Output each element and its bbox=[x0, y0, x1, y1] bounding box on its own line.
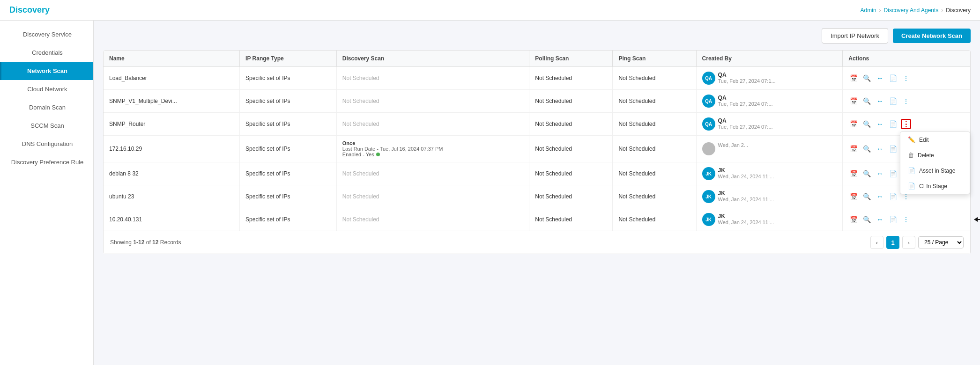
table-row: Load_Balancer Specific set of IPs Not Sc… bbox=[104, 67, 970, 90]
cell-created-by: QA QA Tue, Feb 27, 2024 07:... bbox=[696, 113, 843, 136]
ping-icon[interactable]: ↔ bbox=[875, 191, 885, 202]
search-icon[interactable]: 🔍 bbox=[861, 119, 872, 129]
cell-discovery-scan: Not Scheduled bbox=[336, 208, 529, 231]
sidebar-item-discovery-preference-rule[interactable]: Discovery Preference Rule bbox=[0, 153, 93, 171]
page-1-button[interactable]: 1 bbox=[886, 236, 899, 249]
context-delete-label: Delete bbox=[918, 152, 934, 159]
cell-discovery-scan: Not Scheduled bbox=[336, 67, 529, 90]
breadcrumb-admin[interactable]: Admin bbox=[861, 7, 876, 14]
ci-stage-icon: 📄 bbox=[908, 182, 915, 190]
search-icon[interactable]: 🔍 bbox=[861, 214, 872, 225]
breadcrumb-sep-1: › bbox=[879, 7, 881, 14]
cell-name: Load_Balancer bbox=[104, 67, 240, 90]
ping-icon[interactable]: ↔ bbox=[875, 168, 885, 179]
more-icon[interactable]: ⋮ bbox=[901, 96, 911, 106]
breadcrumb-current: Discovery bbox=[946, 7, 971, 14]
calendar-icon[interactable]: 📅 bbox=[848, 119, 859, 129]
sidebar-item-dns-configuration[interactable]: DNS Configuration bbox=[0, 135, 93, 153]
col-created-by: Created By bbox=[696, 51, 843, 67]
search-icon[interactable]: 🔍 bbox=[861, 191, 872, 202]
file-icon[interactable]: 📄 bbox=[888, 96, 898, 106]
cell-name: 10.20.40.131 bbox=[104, 208, 240, 231]
cell-actions: 📅 🔍 ↔ 📄 ⋮ Poll Existing Asset bbox=[843, 90, 970, 113]
sidebar-item-sccm-scan[interactable]: SCCM Scan bbox=[0, 117, 93, 135]
cell-discovery-scan: Not Scheduled bbox=[336, 162, 529, 185]
cell-ip-range: Specific set of IPs bbox=[240, 136, 337, 162]
cell-ip-range: Specific set of IPs bbox=[240, 208, 337, 231]
breadcrumb-discovery-agents[interactable]: Discovery And Agents bbox=[884, 7, 939, 14]
ping-icon[interactable]: ↔ bbox=[875, 144, 885, 154]
poll-icon[interactable]: ↔ bbox=[875, 96, 885, 106]
calendar-icon[interactable]: 📅 bbox=[848, 73, 859, 83]
more-icon[interactable]: ⋮ bbox=[901, 214, 911, 225]
avatar: JK bbox=[702, 167, 715, 180]
cell-created-by: JK JK Wed, Jan 24, 2024 11:... bbox=[696, 185, 843, 208]
main-content: Import IP Network Create Network Scan Na… bbox=[94, 21, 980, 365]
cell-ip-range: Specific set of IPs bbox=[240, 185, 337, 208]
header: Discovery Admin › Discovery And Agents ›… bbox=[0, 0, 980, 21]
next-page-button[interactable]: › bbox=[902, 236, 915, 249]
arrow-scheduler bbox=[978, 219, 980, 220]
table-row: debian 8 32 Specific set of IPs Not Sche… bbox=[104, 162, 970, 185]
created-date: Wed, Jan 24, 2024 11:... bbox=[718, 197, 774, 202]
sidebar-item-discovery-service[interactable]: Discovery Service bbox=[0, 25, 93, 44]
col-actions: Actions bbox=[843, 51, 970, 67]
context-menu-edit[interactable]: ✏️ Edit bbox=[900, 132, 970, 147]
more-icon[interactable]: ⋮ bbox=[901, 73, 911, 83]
cell-created-by: QA QA Tue, Feb 27, 2024 07:... bbox=[696, 90, 843, 113]
table-row: SNMP_Router Specific set of IPs Not Sche… bbox=[104, 113, 970, 136]
calendar-icon[interactable]: 📅 bbox=[848, 191, 859, 202]
context-menu-delete[interactable]: 🗑 Delete bbox=[900, 147, 970, 163]
cell-discovery-scan: Not Scheduled bbox=[336, 113, 529, 136]
file-icon[interactable]: 📄 bbox=[888, 144, 898, 154]
file-icon[interactable]: 📄 bbox=[888, 168, 898, 179]
context-menu-asset-in-stage[interactable]: 📄 Asset in Stage bbox=[900, 163, 970, 178]
sidebar-item-credentials[interactable]: Credentials bbox=[0, 44, 93, 62]
context-menu-ci-in-stage[interactable]: 📄 CI In Stage bbox=[900, 178, 970, 194]
toolbar: Import IP Network Create Network Scan bbox=[103, 28, 971, 44]
action-icons: 📅 🔍 ↔ 📄 ⋮ Discover New Asset bbox=[848, 73, 965, 83]
prev-page-button[interactable]: ‹ bbox=[870, 236, 883, 249]
search-icon[interactable]: 🔍 bbox=[861, 96, 872, 106]
search-icon[interactable]: 🔍 bbox=[861, 73, 872, 83]
cell-created-by: QA QA Tue, Feb 27, 2024 07:1... bbox=[696, 67, 843, 90]
create-network-scan-button[interactable]: Create Network Scan bbox=[893, 29, 971, 43]
ping-icon[interactable]: ↔ bbox=[875, 214, 885, 225]
context-edit-label: Edit bbox=[919, 137, 929, 143]
calendar-icon[interactable]: 📅 bbox=[848, 214, 859, 225]
showing-range: 1-12 bbox=[133, 239, 144, 246]
sidebar-item-cloud-network[interactable]: Cloud Network bbox=[0, 80, 93, 98]
more-button[interactable]: ⋮ bbox=[901, 119, 911, 129]
created-date: Wed, Jan 2... bbox=[718, 142, 749, 148]
cell-name: 172.16.10.29 bbox=[104, 136, 240, 162]
cell-discovery-scan: Not Scheduled bbox=[336, 90, 529, 113]
table-row: 10.20.40.131 Specific set of IPs Not Sch… bbox=[104, 208, 970, 231]
sidebar: Discovery Service Credentials Network Sc… bbox=[0, 21, 94, 365]
search-icon[interactable]: 🔍 bbox=[861, 168, 872, 179]
table-row: 172.16.10.29 Specific set of IPs Once La… bbox=[104, 136, 970, 162]
sidebar-item-network-scan[interactable]: Network Scan bbox=[0, 62, 93, 80]
file-icon[interactable]: 📄 bbox=[888, 73, 898, 83]
cell-actions: 📅 🔍 ↔ 📄 ⋮ ✏️ Edit bbox=[843, 113, 970, 136]
scan-enabled: Enabled - Yes bbox=[342, 152, 524, 157]
cell-discovery-scan: Once Last Run Date - Tue, Jul 16, 2024 0… bbox=[336, 136, 529, 162]
cell-ip-range: Specific set of IPs bbox=[240, 113, 337, 136]
import-ip-network-button[interactable]: Import IP Network bbox=[822, 28, 888, 44]
cell-polling-scan: Not Scheduled bbox=[529, 113, 613, 136]
poll-icon[interactable]: ↔ bbox=[875, 73, 885, 83]
table-header-row: Name IP Range Type Discovery Scan Pollin… bbox=[104, 51, 970, 67]
ping-icon[interactable]: ↔ bbox=[875, 119, 885, 129]
file-icon[interactable]: 📄 bbox=[888, 119, 898, 129]
file-icon[interactable]: 📄 bbox=[888, 191, 898, 202]
search-icon[interactable]: 🔍 bbox=[861, 144, 872, 154]
created-name: JK bbox=[718, 190, 774, 197]
calendar-icon[interactable]: 📅 bbox=[848, 144, 859, 154]
file-icon[interactable]: 📄 bbox=[888, 214, 898, 225]
sidebar-item-domain-scan[interactable]: Domain Scan bbox=[0, 98, 93, 117]
calendar-icon[interactable]: 📅 bbox=[848, 168, 859, 179]
cell-polling-scan: Not Scheduled bbox=[529, 90, 613, 113]
page-size-select[interactable]: 25 / Page 50 / Page 100 / Page bbox=[918, 236, 964, 248]
avatar: JK bbox=[702, 190, 715, 203]
cell-ip-range: Specific set of IPs bbox=[240, 162, 337, 185]
calendar-icon[interactable]: 📅 bbox=[848, 96, 859, 106]
